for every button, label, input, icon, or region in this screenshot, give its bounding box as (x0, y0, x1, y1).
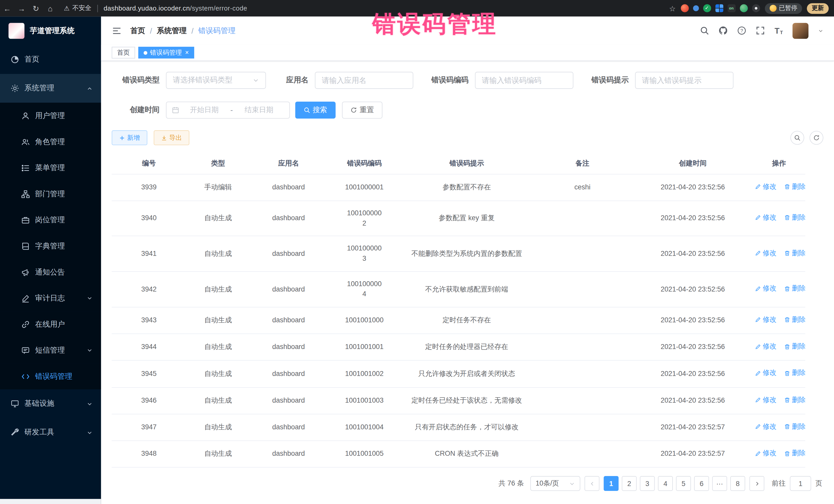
search-icon[interactable] (700, 26, 709, 35)
cell-actions: 修改 删除 (753, 414, 805, 441)
sidebar-item-home[interactable]: 首页 (0, 45, 101, 74)
sidebar-item-error-code[interactable]: 错误码管理 (0, 364, 101, 390)
reload-icon[interactable]: ↻ (29, 4, 43, 13)
edit-link[interactable]: 修改 (755, 213, 776, 223)
sidebar-item-dept[interactable]: 部门管理 (0, 181, 101, 207)
sidebar-item-user[interactable]: 用户管理 (0, 103, 101, 129)
delete-link[interactable]: 删除 (784, 395, 806, 405)
blue-dot-icon[interactable] (693, 5, 699, 11)
search-button[interactable]: 搜索 (295, 102, 336, 118)
vue-check-icon[interactable] (703, 4, 711, 12)
breadcrumb-home[interactable]: 首页 (130, 26, 145, 36)
avatar[interactable] (792, 23, 808, 39)
tag-close-icon[interactable]: × (185, 49, 189, 56)
edit-link[interactable]: 修改 (755, 368, 776, 378)
chevron-down-icon[interactable] (818, 28, 824, 34)
add-button[interactable]: 新增 (112, 130, 147, 145)
edit-link[interactable]: 修改 (755, 342, 776, 352)
date-range-picker[interactable]: 开始日期 - 结束日期 (166, 102, 290, 118)
edit-link[interactable]: 修改 (755, 315, 776, 325)
on-switch-icon[interactable] (727, 4, 735, 12)
error-type-label: 错误码类型 (112, 75, 166, 85)
font-size-icon[interactable]: TT (775, 26, 783, 35)
delete-link[interactable]: 删除 (784, 182, 806, 192)
goto-page-input[interactable] (790, 476, 811, 491)
page-button-2[interactable]: 2 (622, 476, 637, 491)
back-icon[interactable]: ← (0, 4, 14, 13)
export-button[interactable]: 导出 (154, 130, 190, 145)
bookmark-star-icon[interactable]: ☆ (669, 4, 676, 13)
green-leaf-icon[interactable] (740, 4, 748, 12)
page-button-8[interactable]: 8 (730, 476, 745, 491)
breadcrumb-system[interactable]: 系统管理 (157, 26, 186, 36)
toggle-search-button[interactable] (790, 131, 804, 145)
delete-link[interactable]: 删除 (784, 422, 806, 432)
tag-error-code[interactable]: 错误码管理 × (138, 47, 194, 59)
help-icon[interactable]: ? (737, 26, 746, 35)
fullscreen-icon[interactable] (756, 26, 765, 35)
sidebar-item-post[interactable]: 岗位管理 (0, 207, 101, 233)
sidebar-item-menu[interactable]: 菜单管理 (0, 155, 101, 181)
edit-link[interactable]: 修改 (755, 284, 776, 293)
edit-link[interactable]: 修改 (755, 248, 776, 258)
next-page-button[interactable] (749, 476, 764, 491)
delete-link[interactable]: 删除 (784, 342, 806, 352)
sidebar-item-system[interactable]: 系统管理 (0, 74, 101, 103)
page-button-6[interactable]: 6 (694, 476, 709, 491)
url-host: dashboard.yudao.iocoder.cn (104, 5, 190, 12)
red-circle-icon[interactable] (681, 4, 688, 12)
edit-link[interactable]: 修改 (755, 395, 776, 405)
dark-pin-icon[interactable] (752, 4, 760, 12)
sidebar-item-role[interactable]: 角色管理 (0, 129, 101, 155)
update-button[interactable]: 更新 (807, 3, 829, 13)
sidebar-item-dev-tool[interactable]: 研发工具 (0, 418, 101, 447)
sidebar-item-dict[interactable]: 字典管理 (0, 233, 101, 259)
page-button-4[interactable]: 4 (658, 476, 673, 491)
reset-button[interactable]: 重置 (342, 102, 382, 118)
hamburger-icon[interactable] (112, 26, 122, 35)
trash-icon (784, 317, 790, 323)
table-row: 3945 自动生成 dashboard 1001001002 只允许修改为开启或… (112, 360, 805, 387)
cell-actions: 修改 删除 (753, 201, 805, 236)
sidebar-item-online-user[interactable]: 在线用户 (0, 311, 101, 337)
error-msg-input[interactable] (635, 72, 733, 89)
prev-page-button[interactable] (585, 476, 599, 491)
delete-link[interactable]: 删除 (784, 315, 806, 325)
tag-home[interactable]: 首页 (112, 47, 135, 59)
sidebar-item-label: 用户管理 (35, 111, 65, 120)
forward-icon[interactable]: → (14, 4, 29, 13)
edit-link[interactable]: 修改 (755, 448, 776, 459)
blue-grid-icon[interactable] (715, 4, 723, 12)
sidebar-item-audit-log[interactable]: 审计日志 (0, 285, 101, 311)
error-code-input[interactable] (475, 72, 573, 89)
cell-id: 3944 (112, 334, 186, 360)
edit-link[interactable]: 修改 (755, 422, 776, 432)
sidebar-item-infra[interactable]: 基础设施 (0, 389, 101, 418)
delete-link[interactable]: 删除 (784, 213, 806, 223)
page-button-···[interactable]: ··· (712, 476, 727, 491)
menu-icon (21, 163, 30, 172)
app-name-input[interactable] (315, 72, 413, 89)
sidebar-item-notice[interactable]: 通知公告 (0, 259, 101, 285)
error-type-select[interactable]: 请选择错误码类型 (166, 72, 266, 89)
page-button-1[interactable]: 1 (604, 476, 619, 491)
delete-link[interactable]: 删除 (784, 368, 806, 378)
github-icon[interactable] (719, 26, 728, 35)
sidebar-item-sms[interactable]: 短信管理 (0, 337, 101, 364)
url-bar[interactable]: dashboard.yudao.iocoder.cn/system/error-… (104, 5, 247, 12)
delete-link[interactable]: 删除 (784, 284, 806, 293)
page-size-select[interactable]: 10条/页 (530, 476, 580, 491)
breadcrumb: 首页 / 系统管理 / 错误码管理 (130, 26, 236, 36)
refresh-table-button[interactable] (810, 131, 824, 145)
page-button-5[interactable]: 5 (676, 476, 691, 491)
edit-link[interactable]: 修改 (755, 182, 776, 192)
cell-code: 1001001002 (327, 360, 402, 387)
page-button-3[interactable]: 3 (640, 476, 655, 491)
paused-badge[interactable]: 已暂停 (765, 3, 802, 13)
security-chip[interactable]: ⚠ 不安全 (64, 4, 91, 13)
delete-link[interactable]: 删除 (784, 448, 806, 459)
home-icon[interactable]: ⌂ (43, 4, 58, 13)
delete-link[interactable]: 删除 (784, 248, 806, 258)
app-logo[interactable]: 芋道管理系统 (0, 17, 101, 45)
cell-remark (532, 387, 633, 414)
